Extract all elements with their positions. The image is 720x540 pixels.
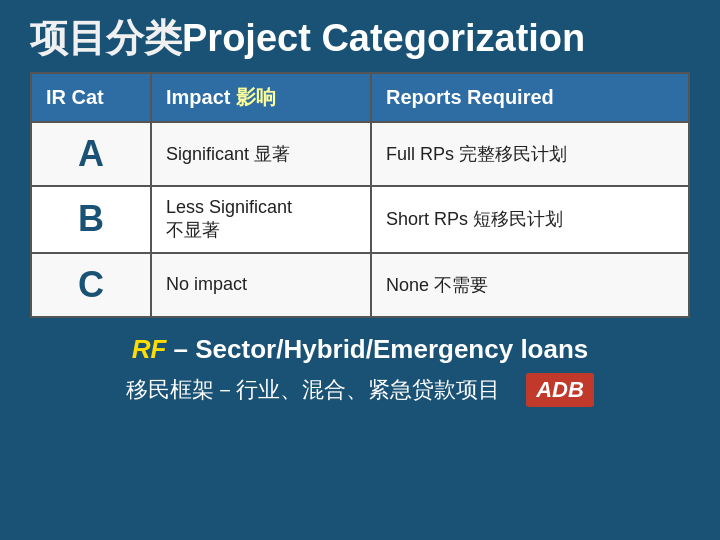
page-title: 项目分类Project Categorization bbox=[30, 18, 690, 60]
col-header-ircat: IR Cat bbox=[31, 73, 151, 122]
impact-c: No impact bbox=[151, 253, 371, 317]
impact-chinese: 影响 bbox=[236, 86, 276, 108]
cat-a: A bbox=[31, 122, 151, 186]
rf-rest: – Sector/Hybrid/Emergency loans bbox=[166, 334, 588, 364]
cat-c: C bbox=[31, 253, 151, 317]
cat-b: B bbox=[31, 186, 151, 253]
table-row: A Significant 显著 Full RPs 完整移民计划 bbox=[31, 122, 689, 186]
title-chinese: 项目分类 bbox=[30, 17, 182, 59]
reports-a: Full RPs 完整移民计划 bbox=[371, 122, 689, 186]
table-row: C No impact None 不需要 bbox=[31, 253, 689, 317]
impact-a: Significant 显著 bbox=[151, 122, 371, 186]
reports-b: Short RPs 短移民计划 bbox=[371, 186, 689, 253]
col-header-impact: Impact 影响 bbox=[151, 73, 371, 122]
footer-rf: RF – Sector/Hybrid/Emergency loans bbox=[30, 334, 690, 365]
impact-b-line2: 不显著 bbox=[166, 220, 220, 240]
page-wrapper: 项目分类Project Categorization IR Cat Impact… bbox=[30, 18, 690, 413]
col-header-reports: Reports Required bbox=[371, 73, 689, 122]
categorization-table: IR Cat Impact 影响 Reports Required A Sign… bbox=[30, 72, 690, 318]
table-row: B Less Significant 不显著 Short RPs 短移民计划 bbox=[31, 186, 689, 253]
table-header-row: IR Cat Impact 影响 Reports Required bbox=[31, 73, 689, 122]
title-english: Project Categorization bbox=[182, 17, 585, 59]
impact-b-line1: Less Significant bbox=[166, 197, 292, 217]
impact-b: Less Significant 不显著 bbox=[151, 186, 371, 253]
adb-logo: ADB bbox=[526, 373, 594, 407]
rf-label: RF bbox=[132, 334, 167, 364]
footer-chinese-row: 移民框架－行业、混合、紧急贷款项目 ADB bbox=[30, 373, 690, 407]
footer-chinese-text: 移民框架－行业、混合、紧急贷款项目 bbox=[126, 375, 500, 405]
impact-label: Impact bbox=[166, 86, 236, 108]
reports-c: None 不需要 bbox=[371, 253, 689, 317]
